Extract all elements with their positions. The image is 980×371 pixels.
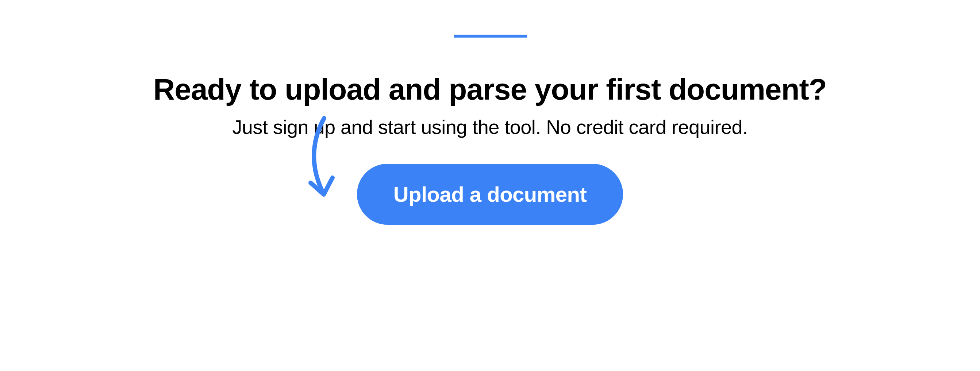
upload-document-button[interactable]: Upload a document	[357, 164, 624, 225]
cta-heading: Ready to upload and parse your first doc…	[153, 72, 827, 106]
curved-arrow-icon	[290, 113, 348, 209]
cta-container: Upload a document	[357, 164, 624, 225]
accent-divider	[454, 35, 527, 38]
